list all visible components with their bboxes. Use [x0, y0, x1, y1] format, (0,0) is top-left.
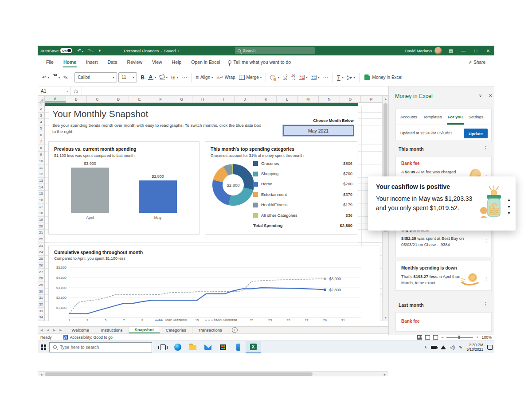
card-monthly-spending[interactable]: Monthly spending is down That's $193.27 … [395, 261, 492, 291]
card-big-purchase-menu-icon[interactable]: ⋮ [484, 238, 489, 244]
row-header-7[interactable]: 7 [38, 138, 44, 145]
prev-sheet-icon[interactable]: ◀ [47, 329, 49, 332]
document-title[interactable]: Personal Finances - Saved ▾ [121, 46, 182, 55]
zoom-slider[interactable] [446, 337, 473, 338]
bar-chart-box[interactable]: Previous vs. current month spending $1,1… [48, 141, 200, 235]
autosave-pill[interactable]: On [60, 48, 72, 53]
cashflow-popup-menu-icon[interactable] [508, 200, 510, 214]
wifi-icon[interactable] [441, 345, 446, 349]
row-header-25[interactable]: 25 [38, 256, 44, 262]
row-header-33[interactable]: 33 [38, 308, 44, 314]
column-header-A[interactable]: A [45, 96, 66, 102]
edge-app-button[interactable] [170, 341, 185, 353]
row-header-6[interactable]: 6 [38, 132, 44, 139]
column-header-M[interactable]: M [298, 96, 319, 102]
select-all-corner[interactable] [38, 96, 45, 102]
format-painter-button[interactable]: ✎ [62, 72, 70, 83]
taskbar-search-input[interactable] [60, 345, 135, 350]
pane-close-icon[interactable]: ✕ [489, 93, 492, 98]
row-header-15[interactable]: 15 [38, 191, 44, 197]
align-button[interactable]: ≡Align▾ [194, 72, 215, 83]
ribbon-tab-view[interactable]: View [147, 55, 167, 69]
row-header-21[interactable]: 21 [38, 230, 44, 236]
row-header-12[interactable]: 12 [38, 171, 44, 178]
row-header-13[interactable]: 13 [38, 178, 44, 184]
pane-collapse-icon[interactable]: ∨ [479, 93, 482, 98]
undo-button[interactable]: ↶▾ [40, 72, 51, 83]
row-header-18[interactable]: 18 [38, 210, 44, 217]
hidden-icons-chevron[interactable]: ∧ [424, 345, 427, 349]
column-header-F[interactable]: F [150, 96, 172, 102]
pane-tab-accounts[interactable]: Accounts [400, 109, 417, 125]
titlebar-search-input[interactable]: Search [235, 47, 315, 54]
ribbon-tab-home[interactable]: Home [59, 55, 81, 69]
column-header-D[interactable]: D [108, 96, 129, 102]
zoom-slider-thumb[interactable] [458, 336, 460, 339]
column-header-P[interactable]: P [361, 96, 382, 102]
font-size-select[interactable]: 11▾ [118, 72, 137, 82]
paste-button[interactable]: ▾ [51, 72, 62, 83]
row-header-10[interactable]: 10 [38, 158, 44, 165]
ribbon-tab-help[interactable]: Help [167, 55, 187, 69]
column-header-O[interactable]: O [340, 96, 361, 102]
name-box[interactable]: A1 ▾ [38, 86, 70, 95]
line-chart-box[interactable]: Cumulative spending throughout month Com… [48, 246, 380, 321]
pane-tab-for-you[interactable]: For you [448, 109, 463, 125]
row-header-24[interactable]: 24 [38, 249, 44, 256]
tell-me-box[interactable]: Tell me what you want to do [228, 59, 291, 65]
row-header-29[interactable]: 29 [38, 282, 44, 289]
scroll-down-icon[interactable]: ▼ [383, 317, 389, 319]
ribbon-tab-file[interactable]: File [41, 55, 59, 69]
start-button[interactable] [38, 341, 49, 353]
pane-tab-templates[interactable]: Templates [423, 109, 442, 125]
horizontal-scrollbar[interactable]: ◀ ▶ [38, 371, 388, 376]
borders-button[interactable]: ⊞▾ [169, 72, 180, 83]
minimize-button[interactable]: — [457, 46, 469, 55]
sheet-tab-categories[interactable]: Categories [160, 327, 192, 333]
accessibility-status[interactable]: ♿ Accessibility: Good to go [63, 335, 113, 340]
zoom-out-icon[interactable]: − [441, 335, 443, 340]
row-header-14[interactable]: 14 [38, 184, 44, 191]
pen-icon[interactable]: ✎ [459, 345, 462, 350]
row-header-19[interactable]: 19 [38, 217, 44, 223]
card-last-month-bank-fee[interactable]: Bank fee [395, 312, 492, 332]
row-header-30[interactable]: 30 [38, 288, 44, 295]
row-header-5[interactable]: 5 [38, 125, 44, 132]
column-header-K[interactable]: K [255, 96, 277, 102]
row-header-4[interactable]: 4 [38, 119, 44, 125]
row-header-26[interactable]: 26 [38, 262, 44, 269]
pane-tab-settings[interactable]: Settings [469, 109, 484, 125]
excel-app-button[interactable]: X [246, 341, 261, 353]
column-header-I[interactable]: I [213, 96, 235, 102]
donut-chart-box[interactable]: This month's top spending categories Gro… [205, 141, 357, 235]
autosave-toggle[interactable]: AutoSave On [38, 46, 75, 55]
ribbon-tab-data[interactable]: Data [102, 55, 122, 69]
ribbon-tab-open-in-excel[interactable]: Open in Excel [186, 55, 225, 69]
row-header-9[interactable]: 9 [38, 152, 44, 158]
normal-view-icon[interactable] [417, 335, 422, 340]
font-color-button[interactable]: A▾ [146, 72, 158, 83]
row-header-20[interactable]: 20 [38, 223, 44, 230]
column-header-N[interactable]: N [319, 96, 340, 102]
page-break-view-icon[interactable] [433, 335, 438, 340]
sheet-tab-transactions[interactable]: Transactions [192, 327, 228, 333]
column-header-G[interactable]: G [171, 96, 192, 102]
section-this-month-menu-icon[interactable]: ⋮ [483, 145, 488, 151]
increase-decimal-button[interactable]: ←0.00 [281, 72, 289, 83]
money-in-excel-button[interactable]: Money in Excel [363, 72, 404, 83]
maximize-button[interactable]: □ [469, 46, 482, 55]
customize-toolbar-icon[interactable]: ▼ [96, 49, 104, 53]
decrease-decimal-button[interactable]: .00→0 [289, 72, 297, 83]
insert-function-icon[interactable]: ƒx [70, 86, 82, 95]
column-header-B[interactable]: B [66, 96, 87, 102]
column-header-H[interactable]: H [192, 96, 214, 102]
row-header-22[interactable]: 22 [38, 236, 44, 243]
scroll-right-icon[interactable]: ▶ [382, 373, 388, 376]
number-format-button[interactable]: ▾ [268, 72, 281, 83]
row-header-32[interactable]: 32 [38, 301, 44, 308]
task-view-button[interactable] [155, 341, 170, 353]
row-header-34[interactable]: 34 [38, 314, 44, 321]
taskbar-clock[interactable]: 2:30 PM 5/10/2021 [466, 343, 483, 352]
row-header-8[interactable]: 8 [38, 145, 44, 152]
row-header-17[interactable]: 17 [38, 203, 44, 210]
